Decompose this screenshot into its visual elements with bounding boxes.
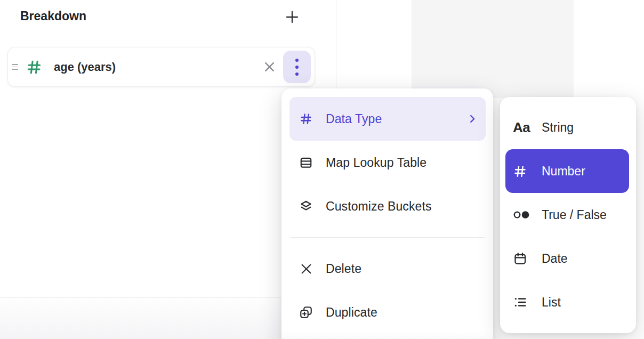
submenu-item-list[interactable]: List	[505, 280, 629, 324]
menu-item-customize-buckets[interactable]: Customize Buckets	[289, 184, 486, 228]
hash-icon	[299, 112, 313, 126]
copy-plus-icon	[299, 305, 313, 319]
menu-item-label: Data Type	[326, 112, 382, 126]
submenu-item-label: String	[542, 120, 574, 135]
field-options-menu: Data Type Map Lookup Table	[281, 88, 493, 339]
close-icon	[262, 60, 277, 74]
page-title: Breakdown	[20, 9, 86, 23]
calendar-icon	[513, 252, 532, 266]
submenu-item-label: List	[542, 295, 561, 310]
menu-item-data-type[interactable]: Data Type	[289, 97, 486, 141]
data-type-submenu: Aa String Number True / False	[500, 97, 636, 333]
plus-icon	[284, 9, 301, 26]
menu-item-label: Duplicate	[326, 305, 377, 320]
breakdown-panel-screen: Breakdown age (years)	[0, 0, 644, 339]
submenu-item-true-false[interactable]: True / False	[505, 193, 629, 237]
submenu-item-label: Number	[542, 164, 585, 179]
breakdown-field-card[interactable]: age (years)	[7, 47, 315, 87]
kebab-menu-icon	[295, 58, 299, 77]
x-icon	[299, 262, 313, 276]
submenu-item-date[interactable]: Date	[505, 237, 629, 280]
menu-item-delete[interactable]: Delete	[289, 247, 486, 290]
layers-icon	[299, 199, 313, 213]
hash-icon	[513, 164, 532, 179]
menu-item-label: Customize Buckets	[326, 199, 432, 214]
table-icon	[299, 156, 313, 170]
submenu-item-number[interactable]: Number	[505, 149, 629, 193]
add-breakdown-button[interactable]	[282, 7, 302, 27]
list-icon	[513, 295, 532, 310]
field-name-label: age (years)	[54, 60, 116, 74]
menu-item-duplicate[interactable]: Duplicate	[289, 290, 486, 334]
submenu-item-label: True / False	[542, 208, 607, 222]
string-aa-icon: Aa	[513, 119, 532, 136]
remove-field-button[interactable]	[259, 57, 280, 78]
number-type-hash-icon	[26, 59, 43, 76]
boolean-circles-icon	[513, 208, 532, 221]
menu-item-label: Map Lookup Table	[326, 156, 426, 170]
drag-handle-icon[interactable]	[11, 64, 19, 70]
submenu-item-string[interactable]: Aa String	[505, 106, 629, 149]
submenu-item-label: Date	[542, 252, 568, 266]
menu-item-map-lookup-table[interactable]: Map Lookup Table	[289, 141, 486, 184]
field-options-button[interactable]	[283, 51, 311, 83]
chevron-right-icon	[466, 113, 478, 125]
menu-divider	[291, 237, 485, 238]
menu-item-label: Delete	[326, 262, 361, 276]
content-placeholder-block	[412, 0, 574, 98]
